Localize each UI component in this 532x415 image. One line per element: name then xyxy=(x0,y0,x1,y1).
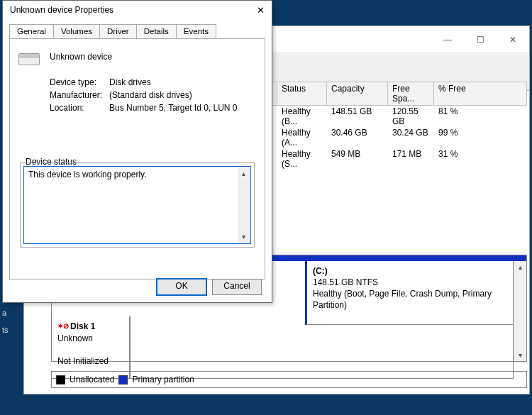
error-icon: ✶⊘ xyxy=(57,322,69,330)
minimize-button[interactable]: — xyxy=(431,32,464,48)
cell-status: Healthy (B... xyxy=(277,106,327,127)
cell-free: 30.24 GB xyxy=(388,127,434,148)
swatch-primary-icon xyxy=(118,375,128,384)
tab-driver[interactable]: Driver xyxy=(99,24,137,38)
close-icon[interactable]: ✕ xyxy=(257,5,265,16)
background-text: ats xyxy=(0,309,26,344)
cell-status: Healthy (A... xyxy=(277,127,327,148)
partition-c[interactable]: (C:) 148.51 GB NTFS Healthy (Boot, Page … xyxy=(305,261,514,325)
disk-type: Unknown xyxy=(57,333,93,343)
label-manufacturer: Manufacturer: xyxy=(50,90,109,100)
swatch-unallocated-icon xyxy=(56,375,65,384)
table-row[interactable]: Healthy (B... 148.51 GB 120.55 GB 81 % xyxy=(256,106,527,127)
scrollbar-vertical[interactable]: ▴ ▾ xyxy=(514,261,526,361)
window-controls: — ☐ ✕ xyxy=(431,32,529,48)
cell-pct: 81 % xyxy=(434,106,527,127)
tab-pane-general: Unknown device Device type:Disk drives M… xyxy=(9,38,265,280)
cell-free: 120.55 GB xyxy=(388,106,434,127)
device-status-text[interactable]: This device is working properly. ▴ ▾ xyxy=(23,166,251,244)
device-name: Unknown device xyxy=(50,52,255,62)
col-header[interactable]: % Free xyxy=(434,82,527,106)
device-status-group: This device is working properly. ▴ ▾ xyxy=(20,162,255,248)
cell-pct: 31 % xyxy=(434,148,527,170)
cancel-button[interactable]: Cancel xyxy=(212,279,262,295)
ok-button[interactable]: OK xyxy=(157,279,206,295)
disk-state: Not Initialized xyxy=(57,356,109,366)
table-row[interactable]: Healthy (A... 30.46 GB 30.24 GB 99 % xyxy=(256,127,527,148)
legend: Unallocated Primary partition xyxy=(51,371,527,388)
properties-dialog: Unknown device Properties ✕ General Volu… xyxy=(2,0,272,303)
disk1-header[interactable]: ✶⊘Disk 1 Unknown Not Initialized xyxy=(52,316,130,379)
scroll-down-icon[interactable]: ▾ xyxy=(238,231,250,243)
cell-pct: 99 % xyxy=(434,127,527,148)
disk-drive-icon xyxy=(18,53,38,67)
cell-capacity: 148.51 GB xyxy=(327,106,388,127)
cell-capacity: 30.46 GB xyxy=(327,127,388,148)
dialog-title: Unknown device Properties xyxy=(10,5,113,16)
disk1-space[interactable] xyxy=(130,316,514,379)
volume-table: em Status Capacity Free Spa... % Free He… xyxy=(256,82,527,170)
status-text-value: This device is working properly. xyxy=(28,170,147,179)
scroll-up-icon[interactable]: ▴ xyxy=(514,261,526,273)
value-manufacturer: (Standard disk drives) xyxy=(109,90,192,100)
scrollbar-vertical[interactable]: ▴ ▾ xyxy=(238,167,250,243)
partition-status: Healthy (Boot, Page File, Crash Dump, Pr… xyxy=(313,289,492,310)
col-header[interactable]: Free Spa... xyxy=(388,82,434,106)
label-location: Location: xyxy=(50,103,109,113)
col-header[interactable]: Status xyxy=(277,82,327,106)
table-row[interactable]: Healthy (S... 549 MB 171 MB 31 % xyxy=(256,148,527,170)
label-device-type: Device type: xyxy=(50,77,109,87)
scroll-up-icon[interactable]: ▴ xyxy=(238,167,250,179)
maximize-button[interactable]: ☐ xyxy=(464,32,497,48)
legend-label: Primary partition xyxy=(132,375,194,384)
partition-size: 148.51 GB NTFS xyxy=(313,277,378,287)
disk-name: Disk 1 xyxy=(70,321,95,331)
value-device-type: Disk drives xyxy=(109,77,151,87)
cell-free: 171 MB xyxy=(388,148,434,170)
legend-label: Unallocated xyxy=(70,375,114,384)
close-button[interactable]: ✕ xyxy=(497,32,529,48)
tab-details[interactable]: Details xyxy=(136,24,177,38)
tab-events[interactable]: Events xyxy=(176,24,216,38)
tab-volumes[interactable]: Volumes xyxy=(53,24,100,38)
tab-general[interactable]: General xyxy=(9,24,54,38)
scroll-down-icon[interactable]: ▾ xyxy=(514,349,526,361)
cell-status: Healthy (S... xyxy=(277,148,327,170)
tab-bar: General Volumes Driver Details Events xyxy=(9,24,265,38)
cell-capacity: 549 MB xyxy=(327,148,388,170)
partition-name: (C:) xyxy=(313,266,328,276)
value-location: Bus Number 5, Target Id 0, LUN 0 xyxy=(109,103,238,113)
col-header[interactable]: Capacity xyxy=(327,82,388,106)
